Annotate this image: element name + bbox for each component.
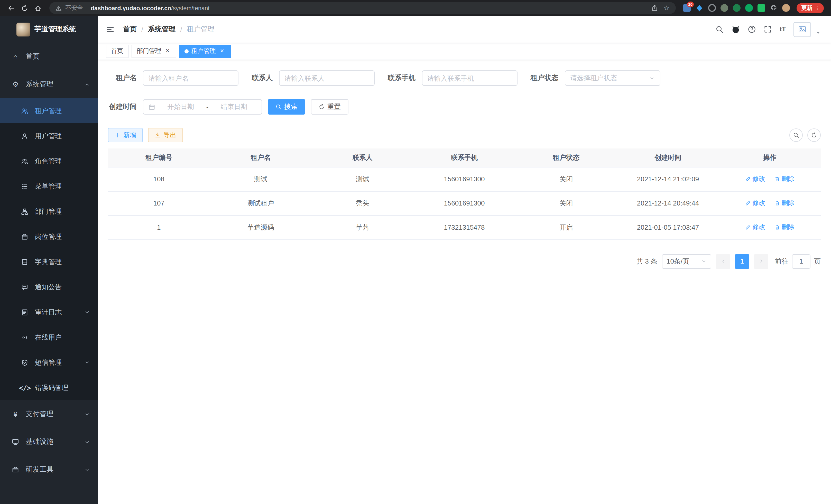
browser-reload-button[interactable] xyxy=(19,2,31,14)
extension-diamond-icon[interactable] xyxy=(695,4,704,12)
update-button[interactable]: 更新⋮ xyxy=(797,3,824,13)
sidebar-item-label: 用户管理 xyxy=(35,131,62,141)
edit-button[interactable]: 修改 xyxy=(745,223,765,232)
hamburger-icon[interactable] xyxy=(106,25,115,34)
breadcrumb-current: 租户管理 xyxy=(187,25,214,34)
cell-tenant-name: 芋道源码 xyxy=(210,215,311,239)
fullscreen-icon[interactable] xyxy=(764,25,772,33)
sidebar-item-posts[interactable]: 岗位管理 xyxy=(0,224,98,249)
breadcrumb-home[interactable]: 首页 xyxy=(123,25,137,34)
refresh-icon xyxy=(811,132,817,138)
sidebar-item-tenant[interactable]: 租户管理 xyxy=(0,98,98,123)
export-button[interactable]: 导出 xyxy=(148,128,183,142)
extension-icon-3[interactable] xyxy=(708,4,716,12)
cell-tenant-name: 测试租户 xyxy=(210,191,311,215)
browser-back-button[interactable] xyxy=(5,2,18,14)
sidebar-item-users[interactable]: 用户管理 xyxy=(0,123,98,148)
table-row[interactable]: 1 芋道源码 芋艿 17321315478 开启 2021-01-05 17:0… xyxy=(108,215,821,239)
sidebar-item-label: 部门管理 xyxy=(35,207,62,216)
edit-label: 修改 xyxy=(752,199,765,208)
shield-icon xyxy=(21,359,29,366)
close-icon[interactable]: × xyxy=(164,48,171,55)
sidebar-item-error-codes[interactable]: </> 错误码管理 xyxy=(0,375,98,400)
table-header-row: 租户编号 租户名 联系人 联系手机 租户状态 创建时间 操作 xyxy=(108,148,821,167)
mobile-input[interactable] xyxy=(427,74,512,82)
extension-badge: 10 xyxy=(687,2,694,7)
extension-icon-7[interactable] xyxy=(757,4,765,12)
sidebar-item-payment[interactable]: ¥ 支付管理 xyxy=(0,400,98,428)
sidebar-item-sms[interactable]: 短信管理 xyxy=(0,350,98,375)
delete-button[interactable]: 删除 xyxy=(774,223,794,232)
share-icon[interactable] xyxy=(651,4,659,11)
user-icon xyxy=(21,132,29,140)
table-row[interactable]: 107 测试租户 秃头 15601691300 关闭 2021-12-14 20… xyxy=(108,191,821,215)
reset-button[interactable]: 重置 xyxy=(311,99,348,115)
column-actions: 操作 xyxy=(719,148,821,167)
browser-home-button[interactable] xyxy=(32,2,44,14)
extension-icon-4[interactable] xyxy=(720,4,728,12)
chevron-down-icon xyxy=(84,360,90,365)
sidebar-item-system[interactable]: ⚙ 系统管理 xyxy=(0,70,98,98)
address-bar[interactable]: 不安全 dashboard.yudao.iocoder.cn/system/te… xyxy=(49,2,676,14)
app-logo[interactable]: 芋道管理系统 xyxy=(0,16,98,42)
avatar[interactable] xyxy=(794,22,811,37)
github-icon[interactable] xyxy=(731,25,740,34)
extension-icon-6[interactable] xyxy=(745,4,753,12)
add-button[interactable]: 新增 xyxy=(108,128,143,142)
prev-page-button[interactable] xyxy=(716,254,730,268)
sidebar-item-departments[interactable]: 部门管理 xyxy=(0,199,98,224)
contact-input[interactable] xyxy=(284,74,369,82)
search-button[interactable]: 搜索 xyxy=(268,99,305,115)
tab-tenant[interactable]: 租户管理× xyxy=(179,45,231,58)
sidebar-item-online-users[interactable]: 在线用户 xyxy=(0,325,98,350)
profile-avatar-icon[interactable] xyxy=(782,4,790,12)
delete-button[interactable]: 删除 xyxy=(774,175,794,183)
cell-status: 关闭 xyxy=(515,191,617,215)
badge-icon xyxy=(21,233,29,240)
page-size-select[interactable]: 10条/页 xyxy=(662,254,711,268)
bookmark-star-icon[interactable]: ☆ xyxy=(664,5,670,11)
extension-icon-5[interactable] xyxy=(733,4,741,12)
reload-icon xyxy=(21,4,28,11)
toggle-search-button[interactable] xyxy=(790,128,803,142)
help-icon[interactable] xyxy=(748,25,756,33)
search-icon[interactable] xyxy=(715,25,724,33)
sidebar-item-devtools[interactable]: 研发工具 xyxy=(0,456,98,483)
delete-button[interactable]: 删除 xyxy=(774,199,794,208)
status-select-placeholder: 请选择租户状态 xyxy=(570,73,617,83)
cell-tenant-id: 107 xyxy=(108,191,210,215)
edit-button[interactable]: 修改 xyxy=(745,175,765,183)
extension-icon-1[interactable]: 10 xyxy=(683,4,691,12)
filter-row-1: 租户名 联系人 联系手机 租户状态 请选择租户状态 xyxy=(108,70,821,86)
date-range-picker[interactable]: 开始日期 - 结束日期 xyxy=(143,99,262,115)
tab-department[interactable]: 部门管理× xyxy=(132,45,176,58)
tenant-name-label: 租户名 xyxy=(108,73,137,83)
tab-home[interactable]: 首页 xyxy=(106,45,128,58)
goto-page-input[interactable] xyxy=(792,254,810,268)
sidebar-item-menus[interactable]: 菜单管理 xyxy=(0,174,98,199)
avatar-caret-icon[interactable] xyxy=(815,30,821,35)
monitor-icon xyxy=(11,438,20,445)
cell-contact: 芋艿 xyxy=(312,215,413,239)
next-page-button[interactable] xyxy=(754,254,768,268)
sidebar-item-dictionary[interactable]: 字典管理 xyxy=(0,249,98,274)
refresh-table-button[interactable] xyxy=(807,128,821,142)
close-icon[interactable]: × xyxy=(219,48,226,55)
column-contact: 联系人 xyxy=(312,148,413,167)
status-select[interactable]: 请选择租户状态 xyxy=(565,70,660,86)
sidebar-item-notices[interactable]: 通知公告 xyxy=(0,274,98,299)
font-size-icon[interactable]: tT xyxy=(780,26,786,33)
edit-button[interactable]: 修改 xyxy=(745,199,765,208)
breadcrumb-system[interactable]: 系统管理 xyxy=(148,25,176,34)
sidebar-item-home[interactable]: ⌂ 首页 xyxy=(0,42,98,70)
extensions-puzzle-icon[interactable] xyxy=(770,4,778,12)
sidebar-item-roles[interactable]: 角色管理 xyxy=(0,148,98,174)
sidebar-item-infrastructure[interactable]: 基础设施 xyxy=(0,428,98,456)
tenants-icon xyxy=(21,107,29,114)
tenant-name-input[interactable] xyxy=(148,74,233,82)
page-number-button[interactable]: 1 xyxy=(735,254,749,268)
add-button-label: 新增 xyxy=(123,131,136,140)
table-row[interactable]: 108 测试 测试 15601691300 关闭 2021-12-14 21:0… xyxy=(108,167,821,191)
date-end-placeholder: 结束日期 xyxy=(211,102,256,112)
sidebar-item-audit-log[interactable]: 审计日志 xyxy=(0,299,98,325)
